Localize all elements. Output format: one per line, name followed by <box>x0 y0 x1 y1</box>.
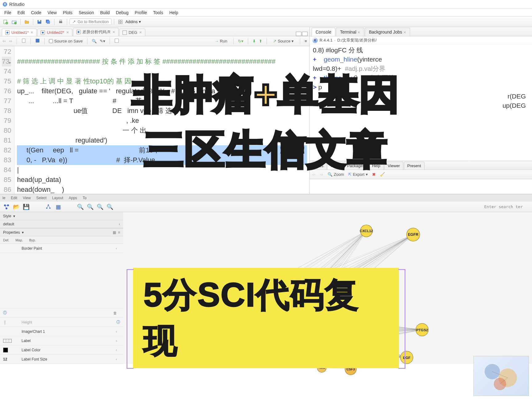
prop-image-chart[interactable]: Image/Chart 1 ‹ <box>0 327 123 336</box>
compile-button[interactable] <box>114 38 119 44</box>
console-tabs: Console Terminal ✕ Background Jobs ✕ <box>310 27 532 36</box>
info-icon[interactable]: ⓘ <box>3 310 7 316</box>
minimize-pane-icon[interactable] <box>296 32 301 36</box>
r-file-icon <box>5 30 10 35</box>
next-plot-button[interactable]: ⇨ <box>320 172 323 177</box>
chevron-down-icon: ▾ <box>139 19 141 24</box>
clear-plots-button[interactable]: 🧹 <box>380 172 385 177</box>
prop-label[interactable]: ⋮⋮ Label ‹ <box>0 336 123 345</box>
save-all-button[interactable] <box>44 18 52 26</box>
code-content[interactable]: ###################### 按 条 件 添 加 标 签 ###… <box>14 46 309 215</box>
tab-terminal[interactable]: Terminal ✕ <box>336 28 364 36</box>
open-icon[interactable]: 📂 <box>13 204 20 210</box>
menu-code[interactable]: Code <box>28 10 44 15</box>
code-editor[interactable]: 72 73▸ 74 75 76 77 78 79 80 81 82 83 84 … <box>0 46 309 215</box>
maximize-pane-icon[interactable] <box>302 32 308 36</box>
wand-button[interactable]: ✎▾ <box>100 39 105 43</box>
zoom-reset-icon[interactable]: 🔍 <box>107 204 113 210</box>
menu-build[interactable]: Build <box>97 10 113 15</box>
console-header: R R 4.4.1 · D:/文章复现/差异分析/ <box>310 36 532 44</box>
network-node[interactable]: CXCL12 <box>360 225 373 237</box>
menu-debug[interactable]: Debug <box>113 10 131 15</box>
console-output[interactable]: 0.8) #logFC 分 线 + geom_hline(yinterce lw… <box>310 44 532 111</box>
menu-tools[interactable]: Tools <box>150 10 166 15</box>
zoom-out-icon[interactable]: 🔍 <box>87 204 94 210</box>
find-button[interactable]: 🔍 <box>92 39 97 43</box>
grid-button[interactable] <box>117 18 124 26</box>
prop-label-font-size[interactable]: 12 Label Font Size ‹ <box>0 355 123 364</box>
network-node[interactable]: PTGS2 <box>416 323 429 336</box>
outline-button[interactable]: ≡ <box>304 39 307 43</box>
tab-deg[interactable]: DEG ✕ <box>119 29 145 36</box>
save-button[interactable] <box>36 18 43 26</box>
back-button[interactable]: ⇦ <box>2 39 6 43</box>
menu-plots[interactable]: Plots <box>60 10 75 15</box>
menu-help[interactable]: Help <box>166 10 181 15</box>
zoom-fit-icon[interactable]: 🔍 <box>97 204 103 210</box>
chevron-down-icon: ▾ <box>22 230 24 235</box>
tab-packages[interactable]: Packages <box>344 162 368 170</box>
properties-header[interactable]: Properties ▾ ▦ ≡ <box>0 228 123 236</box>
menu-session[interactable]: Session <box>75 10 97 15</box>
style-value[interactable]: default ‹ <box>0 220 123 228</box>
run-button[interactable]: → Run <box>213 38 229 44</box>
trash-icon[interactable]: 🗑 <box>113 311 117 315</box>
addins-dropdown[interactable]: Addins ▾ <box>125 19 141 24</box>
prop-label-color[interactable]: Label Color ‹ <box>0 345 123 355</box>
close-icon[interactable]: ✕ <box>112 30 115 34</box>
svg-line-28 <box>47 205 48 208</box>
search-input[interactable]: Enter search ter <box>484 204 529 209</box>
close-icon[interactable]: ✕ <box>139 30 142 34</box>
new-project-button[interactable] <box>10 18 18 26</box>
zoom-in-icon[interactable]: 🔍 <box>77 204 84 210</box>
tab-console[interactable]: Console <box>312 28 335 36</box>
menu-view[interactable]: View <box>44 10 60 15</box>
app-title: RStudio <box>9 2 25 7</box>
show-document-button[interactable] <box>21 38 26 44</box>
tab-help[interactable]: Help <box>369 162 384 170</box>
save-button[interactable] <box>35 38 40 44</box>
goto-file-input[interactable]: ↗ Go to file/function <box>70 18 111 25</box>
tab-files[interactable]: Files <box>312 162 327 170</box>
prev-plot-button[interactable]: ⇦ <box>312 172 316 177</box>
list-icon[interactable]: ≡ <box>118 230 120 235</box>
tab-plots[interactable]: Plots <box>327 162 343 170</box>
go-up-button[interactable]: ⬆ <box>259 39 262 43</box>
editor-tabs: Untitled1* ✕ Untitled2* ✕ 差异分析代码.R ✕ DEG… <box>0 27 309 36</box>
close-icon[interactable]: ✕ <box>30 30 33 34</box>
tab-analysis-r[interactable]: 差异分析代码.R ✕ <box>73 28 119 36</box>
tree-icon[interactable] <box>45 204 52 210</box>
close-icon[interactable]: ✕ <box>66 30 69 34</box>
lower-toolbar: 📂 💾 ▦ 🔍 🔍 🔍 🔍 Enter search ter <box>0 202 532 212</box>
print-button[interactable] <box>57 18 64 26</box>
forward-button[interactable]: ⇨ <box>9 39 12 43</box>
info-icon[interactable]: ⓘ <box>116 320 120 325</box>
style-header[interactable]: Style ▾ <box>0 212 123 220</box>
open-file-button[interactable] <box>23 18 30 26</box>
save-icon[interactable]: 💾 <box>23 204 30 210</box>
menu-file[interactable]: File <box>1 10 14 15</box>
table-icon[interactable]: ▦ <box>55 204 62 210</box>
menu-edit[interactable]: Edit <box>14 10 28 15</box>
source-on-save-checkbox[interactable]: Source on Save <box>49 39 83 43</box>
network-node[interactable]: EGFR <box>406 228 420 241</box>
prop-height[interactable]: ⋮ Height ⓘ <box>0 318 123 327</box>
prop-border-paint[interactable]: Border Paint ‹ <box>0 244 123 253</box>
export-button[interactable]: ⇱ Export ▾ <box>348 172 368 177</box>
tab-bgjobs[interactable]: Background Jobs ✕ <box>365 28 410 36</box>
rerun-button[interactable]: ↻▾ <box>238 39 244 43</box>
grid-icon[interactable]: ▦ <box>113 230 116 235</box>
tab-untitled2[interactable]: Untitled2* ✕ <box>37 29 72 36</box>
zoom-button[interactable]: 🔍 Zoom <box>328 172 344 177</box>
tab-present[interactable]: Present <box>404 162 425 170</box>
new-file-button[interactable]: + <box>2 18 9 26</box>
tab-viewer[interactable]: Viewer <box>384 162 403 170</box>
source-button[interactable]: ↗ Source ▾ <box>271 38 296 44</box>
menu-profile[interactable]: Profile <box>132 10 150 15</box>
go-down-button[interactable]: ⬇ <box>252 39 256 43</box>
network-icon[interactable] <box>3 204 10 210</box>
svg-rect-11 <box>59 21 62 23</box>
remove-plot-button[interactable]: ✖ <box>372 172 376 177</box>
tab-untitled1[interactable]: Untitled1* ✕ <box>2 29 37 36</box>
menu-bar: File Edit Code View Plots Session Build … <box>0 9 532 17</box>
